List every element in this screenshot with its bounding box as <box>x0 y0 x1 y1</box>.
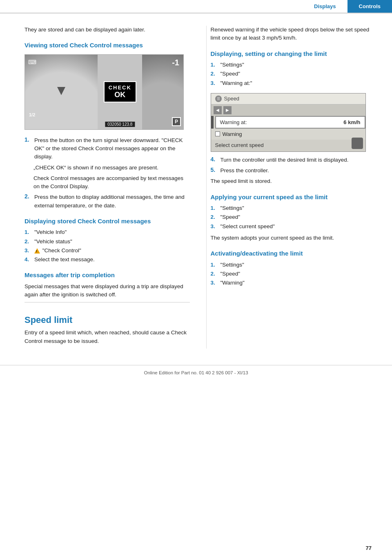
right-section3-list: 1. "Settings" 2. "Speed" 3. "Warning" <box>211 261 376 287</box>
r1-item3: 3. "Warning at:" <box>211 79 376 87</box>
major-text: Entry of a speed limit which, when reach… <box>24 329 190 345</box>
speed-ui-warning-at-label: Warning at: <box>220 119 344 125</box>
speed-ui-warning-at-value: 6 km/h <box>343 119 360 125</box>
speed-ui-warning-row[interactable]: Warning <box>211 129 365 140</box>
step1-note1: „CHECK OK“ is shown if no messages are p… <box>24 164 190 172</box>
cluster-left-gauge: ⌨ 1/2 <box>25 55 98 129</box>
r2-item2-num: 2. <box>211 213 218 221</box>
step2-text: Press the button to display additional m… <box>34 193 190 210</box>
r1-item3-num: 3. <box>211 79 218 87</box>
arrow-down-icon <box>57 87 65 95</box>
divider <box>24 302 190 302</box>
section3-heading: Messages after trip completion <box>24 271 190 279</box>
speed-ui-select-speed-label: Select current speed <box>215 142 264 148</box>
footer-text: Online Edition for Part no. 01 40 2 926 … <box>144 370 248 375</box>
r1-item1: 1. "Settings" <box>211 61 376 69</box>
fuel-icon: ⌨ <box>28 59 36 65</box>
nav-left-arrow[interactable]: ◀ <box>214 106 222 114</box>
r2-item3-num: 3. <box>211 222 218 231</box>
r3-item1-num: 1. <box>211 261 218 269</box>
step1-note2: Check Control messages are accompanied b… <box>24 174 190 191</box>
speed-ui-select-speed-row[interactable]: Select current speed <box>211 140 365 151</box>
right-column: Renewed warning if the vehicle speed dro… <box>206 26 376 349</box>
speed-ui-nav: ◀ ▶ <box>211 105 365 116</box>
section2-heading: Displaying stored Check Control messages <box>24 217 190 225</box>
step1: 1. Press the button on the turn signal l… <box>24 136 190 161</box>
s2-item3-text: "Check Control" <box>42 247 81 254</box>
page-number: 77 <box>366 545 372 551</box>
speed-ui-warning-label: Warning <box>223 131 242 137</box>
controller-knob[interactable] <box>352 138 363 149</box>
warning-checkbox[interactable] <box>215 131 220 136</box>
r2-item1-text: "Settings" <box>220 204 244 212</box>
speed-ui: ☰ Speed ◀ ▶ Warning at: 6 km/h Warning <box>211 93 366 152</box>
s2-item1: 1. "Vehicle Info" <box>24 228 190 236</box>
section3-text: Special messages that were displayed dur… <box>24 282 190 299</box>
right-step4-text: Turn the controller until the desired li… <box>220 156 349 164</box>
cluster-minus1: -1 <box>172 58 179 67</box>
r1-item1-text: "Settings" <box>220 61 244 69</box>
r3-item1: 1. "Settings" <box>211 261 376 269</box>
right-intro-text: Renewed warning if the vehicle speed dro… <box>211 26 376 42</box>
right-step5: 5. Press the controller. <box>211 167 376 175</box>
r2-item2: 2. "Speed" <box>211 213 376 221</box>
r3-item3: 3. "Warning" <box>211 279 376 287</box>
cluster-p-badge: P <box>172 117 181 126</box>
s2-item2: 2. "Vehicle status" <box>24 238 190 246</box>
r3-item3-num: 3. <box>211 279 218 287</box>
r3-item2-text: "Speed" <box>220 270 241 278</box>
bracket-indicator <box>211 116 214 129</box>
r3-item3-text: "Warning" <box>220 279 245 287</box>
right-section1-heading: Displaying, setting or changing the limi… <box>211 50 376 58</box>
main-content: They are stored and can be displayed aga… <box>0 13 392 361</box>
right-step5-text: Press the controller. <box>220 167 269 175</box>
section1-heading: Viewing stored Check Control messages <box>24 41 190 49</box>
r2-item3-text: "Select current speed" <box>220 222 275 231</box>
stored-text: The speed limit is stored. <box>211 177 376 185</box>
warning-at-row-container: Warning at: 6 km/h <box>211 116 365 129</box>
s2-item4: 4. Select the text message. <box>24 256 190 264</box>
s2-item4-num: 4. <box>24 256 32 264</box>
right-step5-num: 5. <box>211 167 218 175</box>
r3-item1-text: "Settings" <box>220 261 244 269</box>
cluster-image: ⌨ 1/2 CHECK OK 032050 123.8 -1 P <box>24 54 184 130</box>
r2-item3: 3. "Select current speed" <box>211 222 376 231</box>
tab-controls[interactable]: Controls <box>347 0 392 13</box>
right-section2-list: 1. "Settings" 2. "Speed" 3. "Select curr… <box>211 204 376 231</box>
cluster-odometer: 032050 123.8 <box>105 122 135 127</box>
cluster-half-label: 1/2 <box>29 112 35 117</box>
r1-item2-num: 2. <box>211 70 218 78</box>
r1-item2: 2. "Speed" <box>211 70 376 78</box>
cluster-center: CHECK OK 032050 123.8 <box>98 55 142 129</box>
nav-right-arrow[interactable]: ▶ <box>223 106 232 114</box>
check-ok-box: CHECK OK <box>104 81 136 102</box>
s2-item4-text: Select the text message. <box>34 256 95 264</box>
speed-ui-title-text: Speed <box>224 96 240 102</box>
s2-item1-text: "Vehicle Info" <box>34 228 67 236</box>
r1-item1-num: 1. <box>211 61 218 69</box>
s2-item2-text: "Vehicle status" <box>34 238 72 246</box>
r1-item3-text: "Warning at:" <box>220 79 252 87</box>
speed-ui-warning-at-row[interactable]: Warning at: 6 km/h <box>215 116 365 129</box>
header-tabs: Displays Controls <box>0 0 392 13</box>
major-heading: Speed limit <box>24 315 190 325</box>
check-text: CHECK <box>109 85 131 91</box>
right-step4: 4. Turn the controller until the desired… <box>211 156 376 164</box>
speed-icon: ☰ <box>215 96 222 102</box>
s2-item2-num: 2. <box>24 238 32 246</box>
right-section1-list: 1. "Settings" 2. "Speed" 3. "Warning at:… <box>211 61 376 87</box>
tab-displays[interactable]: Displays <box>303 0 347 13</box>
step1-num: 1. <box>24 136 32 161</box>
warning-triangle-icon <box>34 248 40 254</box>
r3-item2: 2. "Speed" <box>211 270 376 278</box>
s2-note: The system adopts your current speed as … <box>211 234 376 242</box>
section2-list: 1. "Vehicle Info" 2. "Vehicle status" 3.… <box>24 228 190 264</box>
intro-text: They are stored and can be displayed aga… <box>24 26 190 34</box>
speed-ui-title: ☰ Speed <box>211 93 365 105</box>
footer: Online Edition for Part no. 01 40 2 926 … <box>0 365 392 378</box>
r2-item2-text: "Speed" <box>220 213 241 221</box>
left-column: They are stored and can be displayed aga… <box>24 26 194 349</box>
s2-item3-num: 3. <box>24 247 32 255</box>
right-section2-heading: Applying your current speed as the limit <box>211 193 376 201</box>
r2-item1-num: 1. <box>211 204 218 212</box>
